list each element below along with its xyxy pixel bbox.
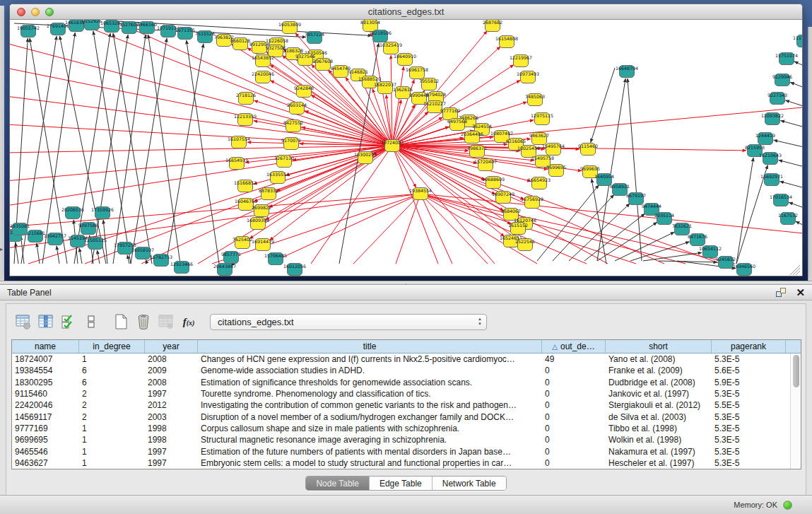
- graph-node-teal[interactable]: 8471676: [688, 234, 707, 246]
- table-row[interactable]: 969969511998Structural magnetic resonanc…: [12, 434, 801, 445]
- graph-node-yellow[interactable]: 18640910: [394, 54, 416, 66]
- graph-node-teal[interactable]: 9152926: [82, 20, 102, 30]
- table-selector-dropdown[interactable]: citations_edges.txt ▲▼: [210, 314, 487, 330]
- table-cell[interactable]: 9463627: [12, 458, 79, 468]
- graph-node-yellow[interactable]: 16654923: [528, 177, 551, 189]
- table-cell[interactable]: Wolkin et al. (1998): [606, 435, 712, 445]
- table-cell[interactable]: 2008: [145, 354, 198, 364]
- graph-node-teal[interactable]: 20206536: [61, 207, 84, 219]
- table-cell[interactable]: 0: [542, 366, 606, 375]
- graph-node-teal[interactable]: 15692971: [760, 174, 783, 186]
- graph-node-teal[interactable]: 17359926: [91, 207, 114, 219]
- table-cell[interactable]: 2012: [145, 400, 198, 410]
- table-cell[interactable]: Jankovic et al. (1997): [606, 389, 712, 399]
- graph-node-yellow[interactable]: 10325419: [379, 42, 402, 54]
- attribute-table[interactable]: namein_degreeyeartitle△out_de…shortpager…: [11, 339, 801, 469]
- table-cell[interactable]: Tourette syndrome. Phenomenology and cla…: [198, 389, 542, 399]
- table-cell[interactable]: 2: [79, 412, 145, 422]
- column-header-name[interactable]: name: [12, 340, 79, 353]
- graph-node-teal[interactable]: 16012056: [283, 264, 306, 276]
- graph-node-teal[interactable]: 9129946: [772, 74, 792, 86]
- table-cell[interactable]: 14569117: [12, 412, 79, 422]
- graph-node-yellow[interactable]: 9242848: [294, 86, 314, 98]
- graph-node-teal[interactable]: 12505115: [84, 238, 107, 250]
- table-cell[interactable]: Estimation of the future numbers of pati…: [198, 447, 542, 457]
- graph-node-teal[interactable]: 2935114: [654, 213, 674, 225]
- graph-node-teal[interactable]: 7857224: [305, 32, 324, 44]
- graph-node-teal[interactable]: 11172612: [793, 35, 802, 47]
- graph-node-yellow[interactable]: 9115460: [578, 144, 598, 156]
- graph-node-yellow[interactable]: 2687682: [483, 20, 502, 32]
- table-cell[interactable]: 6: [79, 378, 145, 387]
- table-cell[interactable]: Changes of HCN gene expression and I(f) …: [198, 354, 542, 364]
- graph-node-teal[interactable]: 7515526: [195, 31, 215, 43]
- column-header-out_de[interactable]: △out_de…: [542, 340, 606, 353]
- table-cell[interactable]: 1997: [145, 447, 198, 457]
- table-cell[interactable]: 2008: [145, 378, 198, 387]
- table-cell[interactable]: Corpus callosum shape and size in male p…: [198, 424, 542, 433]
- graph-node-yellow[interactable]: 2718126: [236, 93, 256, 105]
- graph-node-yellow[interactable]: 9327546: [295, 54, 315, 66]
- table-row[interactable]: 1830029562008Estimation of significance …: [12, 377, 801, 388]
- graph-node-yellow[interactable]: 16154808: [495, 36, 518, 48]
- table-cell[interactable]: 1998: [145, 424, 198, 433]
- table-cell[interactable]: 9115460: [12, 389, 79, 399]
- table-cell[interactable]: 5.5E-5: [712, 400, 786, 410]
- graph-node-yellow[interactable]: 16654933: [225, 158, 248, 170]
- graph-node-teal[interactable]: 1835081: [10, 223, 30, 235]
- graph-node-yellow[interactable]: 2699822: [252, 205, 271, 217]
- table-cell[interactable]: 5.6E-5: [712, 366, 786, 375]
- close-panel-icon[interactable]: ✕: [796, 287, 805, 298]
- graph-node-teal[interactable]: 15751074: [775, 53, 798, 65]
- table-row[interactable]: 2242004622012Investigating the contribut…: [12, 399, 801, 411]
- table-row[interactable]: 911546021997Tourette syndrome. Phenomeno…: [12, 388, 801, 399]
- table-cell[interactable]: 5.3E-5: [712, 412, 786, 422]
- table-cell[interactable]: Genome-wide association studies in ADHD.: [198, 366, 542, 375]
- table-cell[interactable]: 5.3E-5: [712, 389, 786, 399]
- table-cell[interactable]: 2009: [145, 366, 198, 375]
- table-cell[interactable]: 2003: [145, 412, 198, 422]
- table-cell[interactable]: 1998: [145, 435, 198, 445]
- table-row[interactable]: 977716911998Corpus callosum shape and si…: [12, 423, 801, 434]
- table-cell[interactable]: Dudbridge et al. (2008): [606, 378, 712, 387]
- table-cell[interactable]: Embryonic stem cells: a model to study s…: [198, 458, 542, 468]
- graph-node-teal[interactable]: 12093822: [761, 113, 784, 125]
- table-cell[interactable]: 5.3E-5: [712, 435, 786, 445]
- table-cell[interactable]: Estimation of significance thresholds fo…: [198, 378, 542, 387]
- table-cell[interactable]: 0: [542, 378, 606, 387]
- graph-node-teal[interactable]: 6466160: [137, 22, 157, 34]
- table-cell[interactable]: 1: [79, 447, 145, 457]
- table-cell[interactable]: 0: [542, 447, 606, 457]
- graph-node-teal[interactable]: 17016534: [770, 194, 792, 206]
- table-cell[interactable]: 1997: [145, 458, 198, 468]
- table-cell[interactable]: 1: [79, 458, 145, 468]
- table-row[interactable]: 1456911722003Disruption of a novel membe…: [12, 411, 801, 422]
- table-cell[interactable]: 2: [79, 389, 145, 399]
- table-cell[interactable]: 9777169: [12, 424, 79, 433]
- graph-node-yellow[interactable]: 8454749: [331, 66, 351, 78]
- table-panel-titlebar[interactable]: Table Panel ✕: [0, 285, 812, 300]
- table-cell[interactable]: Tibbo et al. (1998): [606, 424, 712, 433]
- table-row[interactable]: 1872400712008Changes of HCN gene express…: [12, 354, 801, 365]
- graph-node-teal[interactable]: 27691406: [47, 23, 69, 35]
- table-cell[interactable]: 19384554: [12, 366, 79, 375]
- table-row[interactable]: 946554611997Estimation of the future num…: [12, 445, 801, 457]
- table-cell[interactable]: 0: [542, 435, 606, 445]
- network-window-titlebar[interactable]: citations_edges.txt: [10, 4, 802, 20]
- graph-node-yellow[interactable]: 12975115: [531, 113, 553, 125]
- table-scrollbar[interactable]: [790, 354, 801, 469]
- table-cell[interactable]: 1997: [145, 389, 198, 399]
- table-cell[interactable]: 2: [79, 400, 145, 410]
- table-cell[interactable]: 1: [79, 354, 145, 364]
- graph-node-teal[interactable]: 1167532: [778, 213, 798, 225]
- graph-node-yellow[interactable]: 2603144: [287, 103, 307, 115]
- graph-node-yellow[interactable]: 16107554: [228, 136, 250, 148]
- graph-node-yellow[interactable]: 7625402: [233, 237, 252, 249]
- graph-node-yellow[interactable]: 2522541: [515, 239, 535, 251]
- graph-node-yellow[interactable]: 8699695: [546, 165, 566, 177]
- table-row[interactable]: 1938455462009Genome-wide association stu…: [12, 365, 801, 376]
- graph-node-yellow[interactable]: 15720407: [474, 159, 497, 171]
- graph-node-yellow[interactable]: 10973493: [517, 71, 539, 83]
- table-cell[interactable]: 18724007: [12, 354, 79, 364]
- table-cell[interactable]: Nakamura et al. (1997): [606, 447, 712, 457]
